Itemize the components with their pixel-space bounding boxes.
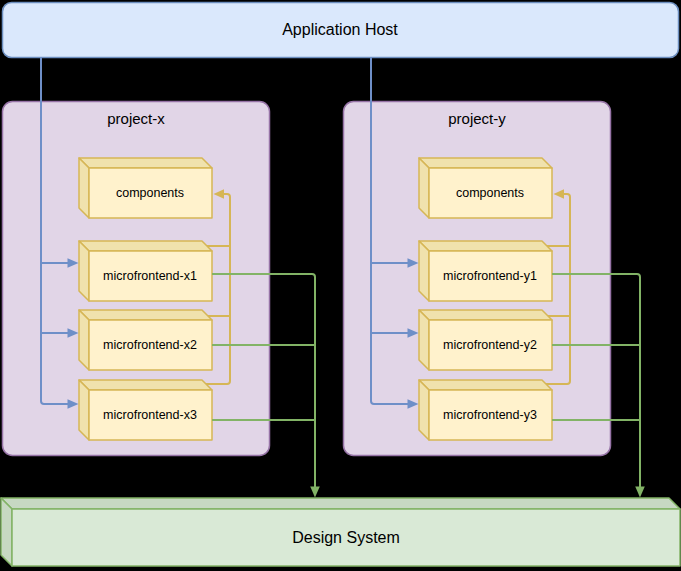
project-y-cubes [419,158,552,440]
arrowhead-design-x [310,487,320,498]
microfrontend-x2-label: microfrontend-x2 [103,339,197,352]
microfrontend-x1-label: microfrontend-x1 [103,270,197,283]
microfrontend-y2-label: microfrontend-y2 [443,339,537,352]
design-system-label: Design System [292,530,400,546]
components-x-label: components [116,187,184,200]
green-arrowheads [310,487,645,498]
app-host-label: Application Host [282,22,398,38]
diagram-shapes-layer [0,0,681,571]
architecture-diagram: Application Host project-x project-y com… [0,0,681,571]
project-y-label: project-y [448,111,506,126]
microfrontend-y1-label: microfrontend-y1 [443,270,537,283]
arrowhead-design-y [635,487,645,498]
microfrontend-x3-label: microfrontend-x3 [103,409,197,422]
project-x-cubes [79,158,212,440]
microfrontend-y3-label: microfrontend-y3 [443,409,537,422]
project-x-label: project-x [107,111,165,126]
components-y-label: components [456,187,524,200]
